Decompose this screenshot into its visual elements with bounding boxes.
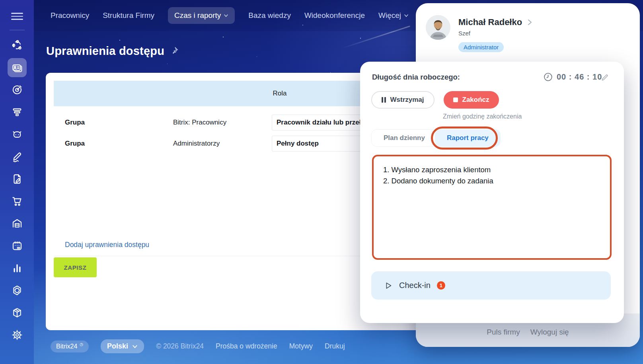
profile-info: Michał Radełko Szef Administrator: [458, 15, 532, 52]
profile-position: Szef: [458, 30, 532, 37]
menu-hamburger-button[interactable]: [11, 11, 23, 22]
sidebar-item-marketplace[interactable]: [8, 281, 27, 300]
play-icon: [384, 281, 393, 290]
sidebar-item-packages[interactable]: [8, 303, 27, 322]
copyright: © 2026 Bitrix24: [156, 342, 204, 350]
footer-link-wdrozenie[interactable]: Prośba o wdrożenie: [216, 342, 277, 350]
tab-plan-dzienny[interactable]: Plan dzienny: [371, 129, 437, 147]
nav-item-wideokonferencje[interactable]: Wideokonferencje: [304, 11, 365, 20]
stop-label: Zakończ: [462, 96, 489, 104]
community-network-icon: [11, 39, 23, 51]
footer-link-motywy[interactable]: Motywy: [289, 342, 313, 350]
add-permission-link[interactable]: Dodaj uprawnienia dostępu: [65, 241, 149, 249]
clock-icon: [543, 72, 553, 82]
sidebar-item-crm-target[interactable]: [8, 80, 27, 99]
checkin-button[interactable]: Check-in 1: [371, 271, 611, 300]
nav-item-pracownicy[interactable]: Pracownicy: [51, 11, 89, 20]
role-column-header: Rola: [264, 81, 296, 106]
profile-header: Michał Radełko Szef Administrator: [426, 15, 532, 52]
checkin-count-badge: 1: [437, 281, 445, 290]
shopping-cart-icon: [11, 195, 23, 207]
left-sidebar: [0, 0, 34, 364]
bar-chart-icon: [11, 262, 23, 274]
checkin-label: Check-in: [399, 281, 431, 290]
warehouse-icon: [11, 218, 23, 230]
sidebar-item-settings[interactable]: [8, 325, 27, 345]
sidebar-item-sign[interactable]: [8, 147, 27, 166]
profile-role-badge[interactable]: Administrator: [458, 42, 504, 52]
permission-type: Grupa: [65, 115, 85, 130]
tab-label: Plan dzienny: [384, 134, 425, 142]
tab-raport-pracy[interactable]: Raport pracy: [435, 129, 501, 147]
profile-name: Michał Radełko: [458, 17, 522, 27]
sign-pen-icon: [11, 151, 23, 163]
sidebar-item-calendar[interactable]: [8, 236, 27, 255]
report-tabs: Plan dzienny Raport pracy: [371, 129, 501, 147]
work-report-textarea[interactable]: 1. Wysłano zaproszenia klientom 2. Dodan…: [372, 155, 612, 260]
page-title-row: Uprawnienia dostępu: [46, 45, 179, 58]
nav-label: Więcej: [378, 11, 401, 20]
avatar[interactable]: [426, 15, 450, 40]
sidebar-item-analytics[interactable]: [8, 259, 27, 278]
workday-length-label: Długość dnia roboczego:: [372, 73, 460, 82]
robot-icon: [11, 128, 23, 140]
sidebar-item-employees[interactable]: [8, 58, 27, 77]
page-title: Uprawnienia dostępu: [46, 45, 164, 58]
timer-buttons: Wstrzymaj Zakończ: [371, 91, 499, 109]
permission-group: Bitrix: Pracownicy: [173, 115, 226, 130]
footer-bar: Bitrix24◷ Polski © 2026 Bitrix24 Prośba …: [51, 339, 345, 353]
nav-item-wiecej[interactable]: Więcej: [378, 11, 409, 20]
sidebar-item-community[interactable]: [8, 36, 27, 55]
nav-label: Baza wiedzy: [248, 11, 291, 20]
screen: Pracownicy Struktura Firmy Czas i raport…: [0, 0, 643, 364]
brand-label: Bitrix24: [56, 343, 77, 350]
nav-label: Wideokonferencje: [304, 11, 365, 20]
nav-label: Czas i raporty: [174, 11, 221, 20]
chevron-down-icon: [224, 13, 228, 18]
pause-icon: [382, 97, 386, 103]
pin-icon[interactable]: [170, 46, 179, 56]
logout-link[interactable]: Wyloguj się: [530, 328, 569, 337]
package-cube-icon: [11, 307, 23, 319]
settings-gear-icon: [11, 329, 23, 341]
sidebar-item-warehouse[interactable]: [8, 214, 27, 233]
profile-name-row[interactable]: Michał Radełko: [458, 17, 532, 27]
chevron-right-icon: [527, 19, 532, 26]
pause-button[interactable]: Wstrzymaj: [371, 91, 435, 109]
stop-icon: [453, 97, 458, 102]
edit-pencil-icon[interactable]: [601, 74, 609, 83]
bitrix24-brand-button[interactable]: Bitrix24◷: [51, 341, 89, 352]
sidebar-item-shop[interactable]: [8, 192, 27, 211]
clock-badge-icon: ◷: [80, 342, 83, 346]
permission-group: Administratorzy: [173, 136, 220, 152]
chevron-down-icon: [132, 344, 138, 349]
company-pulse-link[interactable]: Puls firmy: [487, 328, 520, 337]
pause-label: Wstrzymaj: [390, 96, 424, 104]
save-button[interactable]: ZAPISZ: [54, 257, 97, 277]
timer: 00 : 46 : 10: [543, 72, 602, 82]
nav-item-struktura-firmy[interactable]: Struktura Firmy: [103, 11, 154, 20]
calendar-tasks-icon: [11, 240, 23, 252]
sidebar-item-ai-bot[interactable]: [8, 125, 27, 144]
target-icon: [11, 84, 23, 96]
sidebar-item-documents[interactable]: [8, 169, 27, 189]
change-end-time-link[interactable]: Zmień godzinę zakończenia: [443, 113, 522, 120]
nav-item-baza-wiedzy[interactable]: Baza wiedzy: [248, 11, 291, 20]
footer-link-drukuj[interactable]: Drukuj: [325, 342, 345, 350]
sidebar-item-funnel[interactable]: [8, 103, 27, 122]
nav-item-czas-i-raporty[interactable]: Czas i raporty: [168, 7, 235, 24]
stop-button[interactable]: Zakończ: [444, 91, 499, 109]
language-label: Polski: [107, 342, 128, 350]
sidebar-divider: [10, 30, 25, 30]
employees-card-icon: [11, 62, 23, 74]
language-selector[interactable]: Polski: [101, 339, 144, 353]
tab-label: Raport pracy: [447, 134, 489, 142]
document-edit-icon: [11, 173, 23, 185]
hexagon-ring-icon: [11, 284, 23, 296]
worktime-popup: Długość dnia roboczego: 00 : 46 : 10 Wst…: [360, 62, 624, 323]
chevron-down-icon: [404, 13, 409, 18]
nav-label: Pracownicy: [51, 11, 89, 20]
timer-value: 00 : 46 : 10: [557, 72, 602, 82]
funnel-icon: [11, 106, 23, 118]
permission-type: Grupa: [65, 136, 85, 152]
